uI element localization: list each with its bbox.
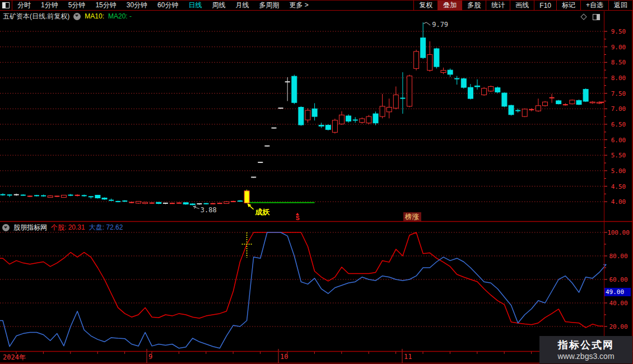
price-axis-label: 8.00 <box>606 74 631 82</box>
price-axis-label: 6.50 <box>606 121 631 128</box>
indicator-axis-label: 100.00 <box>606 229 631 236</box>
watermark-url: www.zbgs3.com <box>557 351 614 361</box>
title-bar-icons <box>581 14 600 20</box>
price-axis-label: 6.00 <box>606 137 631 144</box>
period-tab-10[interactable]: 更多 > <box>284 1 313 10</box>
tool-button-8[interactable]: 返回 <box>608 1 633 10</box>
period-menu: 分时1分钟5分钟15分钟30分钟60分钟日线周线月线多周期更多 > <box>12 1 314 10</box>
diamond-icon[interactable] <box>580 13 587 20</box>
month-label: 10 <box>280 353 288 361</box>
rank-badge: 榜涨 <box>403 212 421 221</box>
top-menu-bar: 分时1分钟5分钟15分钟30分钟60分钟日线周线月线多周期更多 > 复权叠加多股… <box>0 0 633 11</box>
period-tab-5[interactable]: 60分钟 <box>152 1 183 10</box>
period-tab-1[interactable]: 1分钟 <box>36 1 63 10</box>
period-tab-0[interactable]: 分时 <box>12 1 36 10</box>
ma10-label: MA10: <box>85 12 104 20</box>
price-axis-label: 5.00 <box>606 167 631 175</box>
tool-button-7[interactable]: +自选 <box>580 1 608 10</box>
ma20-label: MA20: - <box>108 12 132 20</box>
chart-canvas[interactable] <box>0 0 633 364</box>
chart-title-bar: 五矿资本(日线.前复权) MA10: MA20: - <box>3 12 132 21</box>
symbol-title: 五矿资本(日线.前复权) <box>3 12 69 21</box>
tool-button-4[interactable]: 画线 <box>510 1 534 10</box>
period-tab-2[interactable]: 5分钟 <box>63 1 91 10</box>
price-axis-label: 4.00 <box>606 198 631 206</box>
price-axis-label: 5.50 <box>606 152 631 159</box>
year-label: 2024年 <box>3 353 26 362</box>
watermark: 指标公式网 www.zbgs3.com <box>539 336 632 363</box>
price-axis-label: 4.50 <box>606 183 631 190</box>
watermark-title: 指标公式网 <box>558 339 614 351</box>
indicator-axis-label: 20.00 <box>606 323 631 330</box>
tool-button-6[interactable]: 标记 <box>556 1 580 10</box>
period-tab-4[interactable]: 30分钟 <box>122 1 152 10</box>
tool-button-3[interactable]: 统计 <box>486 1 510 10</box>
stock-indicator-value: 20.31 <box>68 223 85 231</box>
signal-annotation: 成妖 <box>255 207 270 217</box>
period-tab-9[interactable]: 多周期 <box>254 1 284 10</box>
tools-menu: 复权叠加多股统计画线F10标记+自选返回 <box>413 1 633 10</box>
indicator-axis-label: 80.00 <box>606 253 631 260</box>
tool-button-1[interactable]: 叠加 <box>437 1 462 10</box>
low-price-annotation: 3.88 <box>201 206 217 214</box>
tool-button-2[interactable]: 多股 <box>462 1 486 10</box>
tool-button-0[interactable]: 复权 <box>413 1 437 10</box>
market-indicator-value: 72.62 <box>106 223 123 231</box>
indicator-axis-label: 60.00 <box>606 276 631 283</box>
buy-signal-marker: S <box>296 211 300 221</box>
layout-split-icon[interactable] <box>2 2 10 8</box>
indicator-name: 股朋指标网 <box>13 223 47 232</box>
price-axis-label: 9.50 <box>606 28 631 35</box>
price-axis-label: 8.50 <box>606 59 631 66</box>
period-tab-8[interactable]: 月线 <box>230 1 254 10</box>
tool-button-5[interactable]: F10 <box>534 1 556 10</box>
chevron-down-icon[interactable] <box>2 224 10 231</box>
trading-app-window: 分时1分钟5分钟15分钟30分钟60分钟日线周线月线多周期更多 > 复权叠加多股… <box>0 0 633 364</box>
split-view-icon[interactable] <box>593 14 600 20</box>
period-tab-3[interactable]: 15分钟 <box>90 1 121 10</box>
chevron-down-icon[interactable] <box>73 13 81 20</box>
indicator-axis-marker: 49.00 <box>604 288 631 296</box>
period-tab-6[interactable]: 日线 <box>183 1 207 10</box>
price-axis-label: 7.50 <box>606 90 631 97</box>
peak-price-annotation: 9.79 <box>432 21 448 29</box>
market-indicator-label: 大盘: 72.62 <box>89 223 123 232</box>
stock-indicator-label: 个股: 20.31 <box>51 223 85 232</box>
price-axis-label: 9.00 <box>606 44 631 51</box>
up-arrow-icon <box>296 211 299 215</box>
price-axis-label: 7.00 <box>606 105 631 113</box>
month-label: 11 <box>404 353 412 361</box>
indicator-axis-label: 40.00 <box>606 300 631 307</box>
month-label: 9 <box>148 353 152 361</box>
period-tab-7[interactable]: 周线 <box>207 1 230 10</box>
indicator-header: 股朋指标网 个股: 20.31 大盘: 72.62 <box>2 223 123 232</box>
